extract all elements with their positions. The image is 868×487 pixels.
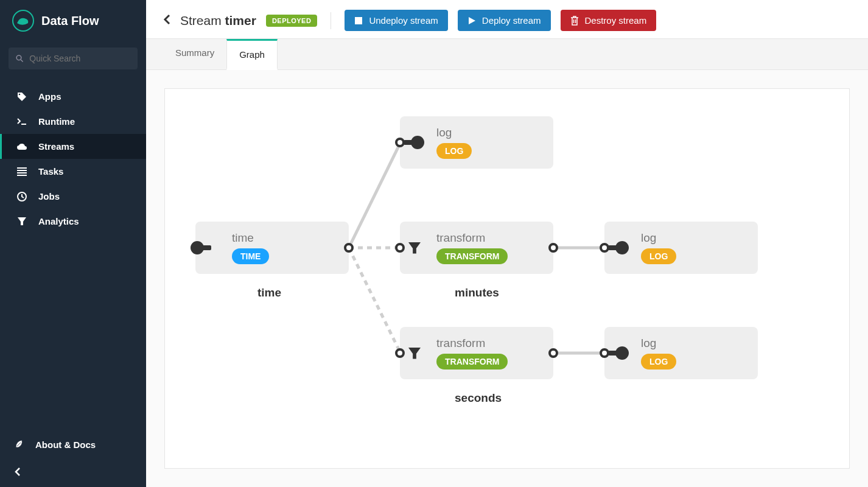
svg-rect-5 — [17, 170, 27, 171]
page-title: Stream timer — [180, 13, 256, 28]
port-in[interactable] — [395, 243, 405, 253]
node-tag: LOG — [641, 354, 676, 370]
svg-rect-7 — [17, 175, 27, 176]
trash-icon — [570, 16, 579, 26]
nav-label: Tasks — [38, 166, 63, 177]
node-log[interactable]: log LOG — [604, 222, 758, 274]
status-badge: DEPLOYED — [266, 15, 318, 27]
svg-line-10 — [349, 142, 401, 248]
node-label: transform — [436, 337, 553, 350]
filter-icon — [16, 217, 27, 226]
nav-tasks[interactable]: Tasks — [0, 159, 146, 184]
port-out[interactable] — [344, 243, 354, 253]
node-transform[interactable]: transform TRANSFORM — [400, 222, 553, 274]
stream-label-minutes: minutes — [455, 286, 499, 300]
nav-label: Jobs — [38, 191, 60, 201]
nav-jobs[interactable]: Jobs — [0, 184, 146, 209]
stop-icon — [354, 16, 363, 25]
svg-rect-9 — [355, 17, 362, 24]
list-icon — [16, 167, 27, 176]
sidebar: Data Flow Apps Runtime Streams Tasks — [0, 0, 146, 487]
nav-streams[interactable]: Streams — [0, 134, 146, 159]
filter-icon — [408, 348, 421, 360]
svg-point-2 — [19, 93, 21, 95]
graph-canvas[interactable]: time TIME time log LOG transform TRANSFO… — [164, 88, 850, 469]
search-icon — [16, 54, 23, 63]
nav-apps[interactable]: Apps — [0, 84, 146, 109]
topbar: Stream timer DEPLOYED Undeploy stream De… — [146, 0, 868, 39]
deploy-button[interactable]: Deploy stream — [458, 10, 551, 31]
chevron-left-icon — [163, 14, 170, 25]
tabs: Summary Graph — [146, 39, 868, 70]
nav-analytics[interactable]: Analytics — [0, 209, 146, 234]
collapse-sidebar[interactable] — [0, 459, 146, 487]
node-tag: LOG — [436, 143, 472, 159]
node-tag: TIME — [232, 248, 269, 264]
nav-label: Analytics — [38, 216, 79, 226]
port-in[interactable] — [191, 241, 204, 254]
stream-label-seconds: seconds — [455, 391, 502, 405]
nav-label: Apps — [38, 91, 61, 102]
port-sink[interactable] — [615, 346, 629, 360]
tab-summary[interactable]: Summary — [163, 39, 226, 69]
nav-label: Runtime — [38, 116, 75, 127]
back-button[interactable] — [163, 14, 170, 27]
undeploy-button[interactable]: Undeploy stream — [345, 10, 447, 31]
nav-runtime[interactable]: Runtime — [0, 109, 146, 134]
clock-icon — [16, 192, 27, 201]
port-in[interactable] — [395, 348, 405, 358]
node-label: time — [232, 231, 349, 245]
node-time[interactable]: time TIME — [195, 222, 349, 274]
filter-icon — [408, 242, 421, 254]
node-label: log — [641, 231, 758, 245]
tag-icon — [16, 92, 27, 102]
search-input[interactable] — [29, 54, 130, 63]
node-tag: TRANSFORM — [436, 354, 508, 370]
stream-label-time: time — [257, 286, 281, 300]
app-name: Data Flow — [41, 14, 99, 28]
port-sink[interactable] — [615, 241, 629, 254]
node-transform[interactable]: transform TRANSFORM — [400, 327, 553, 379]
node-tag: TRANSFORM — [436, 248, 508, 264]
chevron-left-icon — [15, 468, 21, 476]
node-tag: LOG — [641, 248, 676, 264]
port-out[interactable] — [548, 348, 558, 358]
nav: Apps Runtime Streams Tasks Jobs Analytic… — [0, 84, 146, 234]
node-label: log — [436, 126, 553, 139]
logo-icon — [12, 10, 34, 32]
destroy-button[interactable]: Destroy stream — [561, 10, 657, 31]
nav-label: Streams — [38, 141, 74, 152]
leaf-icon — [15, 439, 24, 450]
cloud-icon — [16, 143, 27, 150]
svg-rect-6 — [17, 172, 27, 173]
svg-line-12 — [349, 248, 401, 353]
node-label: transform — [436, 231, 553, 245]
svg-rect-4 — [17, 167, 27, 169]
node-log[interactable]: log LOG — [604, 327, 758, 379]
main: Stream timer DEPLOYED Undeploy stream De… — [146, 0, 868, 487]
nav-about[interactable]: About & Docs — [0, 430, 146, 459]
divider — [331, 12, 331, 29]
tab-graph[interactable]: Graph — [226, 39, 278, 70]
svg-line-1 — [21, 60, 23, 61]
port-out[interactable] — [548, 243, 558, 253]
logo: Data Flow — [0, 0, 146, 41]
node-label: log — [641, 337, 758, 350]
node-log[interactable]: log LOG — [400, 116, 553, 169]
svg-point-0 — [16, 55, 21, 60]
terminal-icon — [16, 118, 27, 125]
nav-label: About & Docs — [35, 440, 96, 450]
play-icon — [467, 16, 476, 25]
port-sink[interactable] — [411, 136, 424, 149]
search-box[interactable] — [9, 47, 138, 69]
